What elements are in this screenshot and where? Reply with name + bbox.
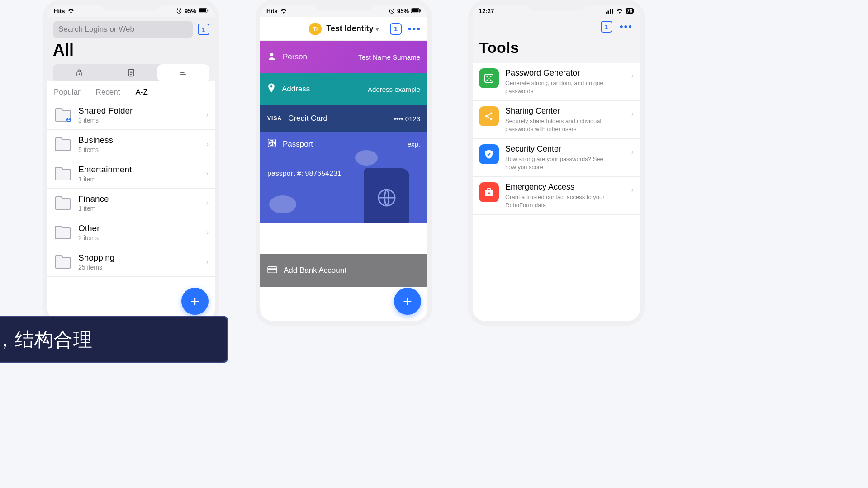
plus-icon: + (403, 293, 412, 310)
svg-point-27 (488, 77, 489, 79)
card-person[interactable]: Person Test Name Surname (260, 41, 427, 73)
svg-rect-16 (268, 266, 277, 273)
sort-tabs: Popular Recent A-Z (54, 88, 209, 97)
search-input[interactable]: Search Logins or Web (53, 21, 193, 38)
shield-icon (479, 144, 499, 164)
chevron-right-icon: › (631, 148, 634, 156)
add-fab[interactable]: + (394, 288, 421, 315)
tool-title: Sharing Center (505, 106, 609, 116)
chevron-right-icon: › (631, 72, 634, 80)
folder-list: Shared Folder 3 items › Business 5 items… (47, 100, 215, 321)
tab-count-button[interactable]: 1 (601, 21, 612, 33)
notch (102, 0, 161, 11)
folder-icon (54, 137, 72, 152)
globe-icon (267, 138, 276, 150)
svg-point-26 (490, 79, 491, 81)
tool-title: Security Center (505, 144, 609, 154)
svg-rect-21 (612, 9, 613, 14)
tool-row[interactable]: Password Generator Generate strong, rand… (473, 63, 640, 101)
visa-brand: VISA (267, 115, 282, 122)
folder-title: Entertainment (78, 165, 132, 175)
avatar-badge: TI (309, 23, 322, 35)
chevron-right-icon: › (631, 110, 634, 118)
tab-popular[interactable]: Popular (54, 88, 81, 97)
notch (527, 0, 586, 11)
folder-row[interactable]: Business 5 items › (47, 130, 215, 159)
folder-subtitle: 2 items (78, 234, 100, 242)
folder-icon (54, 225, 72, 240)
card-value: •••• 0123 (394, 115, 420, 123)
chevron-right-icon: › (206, 228, 209, 237)
tab-count-button[interactable]: 1 (390, 23, 402, 35)
identity-name-text: Test Identity (326, 24, 374, 33)
passport-exp: exp. (408, 140, 420, 148)
folder-subtitle: 25 items (78, 264, 114, 271)
view-segmented-tabs (53, 64, 209, 81)
tool-subtitle: Securely share folders and individual pa… (505, 117, 609, 133)
folder-subtitle: 5 items (78, 146, 113, 153)
battery-percent: 95% (185, 8, 196, 14)
tool-row[interactable]: Emergency Access Grant a trusted contact… (473, 177, 640, 215)
tab-count-value: 1 (394, 25, 398, 33)
chevron-right-icon: › (206, 140, 209, 148)
card-label: Add Bank Account (284, 266, 346, 275)
alarm-icon (176, 8, 182, 14)
identity-dropdown[interactable]: Test Identity ▾ (326, 24, 379, 33)
card-label: Credit Card (288, 114, 327, 123)
seg-tab-notes[interactable] (105, 64, 157, 81)
wifi-icon (280, 8, 287, 14)
notch (314, 0, 373, 11)
search-placeholder: Search Logins or Web (58, 25, 134, 34)
list-icon (179, 68, 188, 77)
folder-row[interactable]: Finance 1 item › (47, 189, 215, 218)
folder-title: Finance (78, 194, 109, 204)
phone-3-frame: 12:27 76 1 ••• Tools (468, 0, 645, 326)
folder-subtitle: 3 items (78, 117, 133, 124)
folder-title: Shopping (78, 253, 114, 263)
folder-row[interactable]: Entertainment 1 item › (47, 159, 215, 189)
svg-point-25 (486, 79, 488, 81)
svg-rect-3 (207, 9, 208, 11)
dice-icon (479, 68, 499, 88)
folder-row[interactable]: Other 2 items › (47, 218, 215, 247)
tab-count-button[interactable]: 1 (198, 24, 209, 35)
folder-title: Other (78, 223, 100, 233)
tool-row[interactable]: Sharing Center Securely share folders an… (473, 101, 640, 139)
page-title: Tools (473, 37, 640, 63)
tab-az[interactable]: A-Z (135, 88, 147, 97)
tool-row[interactable]: Security Center How strong are your pass… (473, 139, 640, 177)
wallet-icon (267, 265, 277, 276)
share-icon (479, 106, 499, 126)
svg-rect-18 (606, 12, 607, 14)
tool-subtitle: How strong are your passwords? See how y… (505, 155, 609, 171)
battery-icon (199, 8, 209, 14)
chevron-right-icon: › (206, 258, 209, 266)
folder-row[interactable]: Shared Folder 3 items › (47, 100, 215, 130)
svg-rect-20 (610, 9, 611, 13)
svg-point-23 (486, 76, 488, 77)
folder-title: Shared Folder (78, 106, 133, 116)
card-passport[interactable]: Passport exp. passport #: 987654231 (260, 132, 427, 223)
more-menu-button[interactable]: ••• (619, 21, 634, 33)
wifi-icon (67, 8, 75, 14)
seg-tab-list[interactable] (157, 64, 209, 81)
card-credit-card[interactable]: VISA Credit Card •••• 0123 (260, 105, 427, 132)
folder-icon (54, 107, 72, 123)
chevron-down-icon: ▾ (376, 26, 379, 33)
chevron-right-icon: › (206, 111, 209, 119)
folder-title: Business (78, 135, 113, 145)
phone-1-frame: Hits 95% Se (43, 0, 219, 326)
svg-rect-10 (412, 9, 418, 12)
tool-subtitle: Generate strong, random, and unique pass… (505, 79, 609, 95)
card-address[interactable]: Address Address example (260, 73, 427, 105)
folder-row[interactable]: Shopping 25 items › (47, 247, 215, 277)
tab-recent[interactable]: Recent (96, 88, 120, 97)
more-menu-button[interactable]: ••• (407, 23, 422, 35)
chevron-right-icon: › (206, 199, 209, 207)
svg-rect-19 (607, 10, 609, 13)
card-add-bank[interactable]: Add Bank Account (260, 254, 427, 287)
add-fab[interactable]: + (181, 288, 209, 315)
carrier-label: Hits (54, 8, 65, 14)
medkit-icon (479, 182, 499, 202)
seg-tab-logins[interactable] (53, 64, 105, 81)
